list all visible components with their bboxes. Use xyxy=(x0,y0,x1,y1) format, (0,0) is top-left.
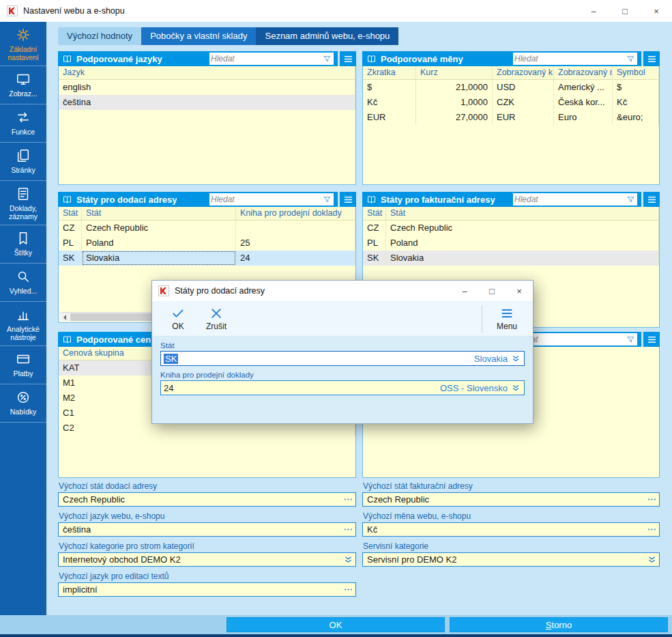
table-row-selected[interactable]: SK Slovakia 24 xyxy=(59,251,355,266)
dropdown-icon[interactable] xyxy=(343,554,353,565)
table-row[interactable]: PL Poland xyxy=(363,236,659,251)
field-value: Czech Republic xyxy=(63,494,125,505)
dropdown-icon[interactable] xyxy=(511,354,521,363)
search-input[interactable] xyxy=(211,53,323,64)
field-value: implicitní xyxy=(63,584,98,595)
ok-button-label: OK xyxy=(330,620,342,630)
edit-language-field[interactable]: implicitní xyxy=(58,582,356,597)
ellipsis-button[interactable] xyxy=(647,524,657,535)
table-row[interactable]: CZ Czech Republic xyxy=(59,221,355,236)
field-value: Servisní pro DEMO K2 xyxy=(367,554,457,565)
dialog-close-button[interactable]: × xyxy=(506,281,533,301)
ok-button[interactable]: OK xyxy=(227,617,445,632)
minimize-button[interactable]: – xyxy=(578,0,609,22)
ellipsis-button[interactable] xyxy=(647,494,657,505)
table-row[interactable]: $ 21,0000 USD Americký ... $ xyxy=(363,80,659,95)
cell: Kč xyxy=(363,95,416,110)
web-language-field[interactable]: čeština xyxy=(58,522,356,537)
filter-icon[interactable] xyxy=(626,195,635,204)
dropdown-icon[interactable] xyxy=(647,554,657,565)
category-tree-field[interactable]: Internetový obchod DEMO K2 xyxy=(58,552,356,567)
field-label: Servisní kategorie xyxy=(363,541,660,551)
column-header[interactable]: Zobrazovaný n xyxy=(554,66,613,79)
dialog-minimize-button[interactable]: – xyxy=(451,281,478,301)
dialog-shipping-state: Státy pro dodací adresy – □ × OK Zrušit … xyxy=(151,280,534,424)
panel-menu-button[interactable] xyxy=(643,332,660,347)
table-row-selected[interactable]: čeština xyxy=(59,95,355,110)
sidebar-item-analyticke-nastroje[interactable]: Analytické nástroje xyxy=(0,302,46,346)
maximize-button[interactable]: □ xyxy=(609,0,641,22)
billing-state-field[interactable]: Czech Republic xyxy=(362,492,660,507)
panel-supported-currencies: Podporované měny Zkratka Kurz Zobrazovan… xyxy=(362,51,660,185)
filter-icon[interactable] xyxy=(626,55,635,63)
cell: SK xyxy=(59,251,82,266)
dialog-ok-button[interactable]: OK xyxy=(159,307,197,331)
panel-menu-button[interactable] xyxy=(340,51,356,66)
column-header[interactable]: Kurz xyxy=(416,66,493,79)
ellipsis-button[interactable] xyxy=(343,524,353,535)
column-header[interactable]: Stát xyxy=(59,207,82,220)
search-input[interactable] xyxy=(514,53,626,64)
ellipsis-button[interactable] xyxy=(343,494,353,505)
panel-menu-button[interactable] xyxy=(643,51,660,66)
storno-button[interactable]: Storno xyxy=(450,617,668,632)
column-header[interactable]: Jazyk xyxy=(59,66,355,79)
column-header[interactable]: Symbol xyxy=(613,66,659,79)
search-box xyxy=(209,53,334,65)
sales-book-input[interactable]: 24 OSS - Slovensko xyxy=(160,380,525,395)
search-input[interactable] xyxy=(211,194,323,205)
sidebar-item-stranky[interactable]: Stránky xyxy=(0,143,46,181)
column-header[interactable]: Zobrazovaný k xyxy=(493,66,554,79)
table-row[interactable]: english xyxy=(59,80,355,95)
web-currency-field[interactable]: Kč xyxy=(362,522,660,537)
sidebar-item-platby[interactable]: Platby xyxy=(0,346,46,384)
sidebar-item-doklady-zaznamy[interactable]: Doklady, záznamy xyxy=(0,181,46,225)
dropdown-icon[interactable] xyxy=(511,383,521,393)
panel-menu-button[interactable] xyxy=(340,192,356,207)
column-header[interactable]: Zkratka xyxy=(363,66,416,79)
dialog-maximize-button[interactable]: □ xyxy=(478,281,506,301)
sidebar-item-stitky[interactable]: Štítky xyxy=(0,225,46,264)
column-header[interactable]: Stát xyxy=(386,207,659,220)
pages-icon xyxy=(16,148,31,163)
dialog-cancel-button[interactable]: Zrušit xyxy=(197,307,235,331)
table-row-selected[interactable]: SK Slovakia xyxy=(363,251,659,266)
sidebar-item-vyhledavani[interactable]: Vyhled... xyxy=(0,264,46,302)
state-input[interactable]: SK Slovakia xyxy=(160,351,525,366)
ellipsis-button[interactable] xyxy=(343,584,353,595)
column-header[interactable]: Kniha pro prodejní doklady xyxy=(236,207,355,220)
shipping-state-field[interactable]: Czech Republic xyxy=(58,492,356,507)
search-input[interactable] xyxy=(514,194,626,205)
service-category-field[interactable]: Servisní pro DEMO K2 xyxy=(362,552,660,567)
tab-default-values[interactable]: Výchozí hodnoty xyxy=(58,27,141,45)
column-header[interactable]: Stát xyxy=(363,207,386,220)
cell: PL xyxy=(363,236,386,251)
filter-icon[interactable] xyxy=(323,195,332,204)
field-value: čeština xyxy=(63,524,91,535)
sidebar-item-funkce[interactable]: Funkce xyxy=(0,104,46,143)
table-row[interactable]: PL Poland 25 xyxy=(59,236,355,251)
filter-icon[interactable] xyxy=(626,335,635,344)
field-label: Výchozí měna webu, e-shopu xyxy=(363,511,660,521)
sidebar-item-zakladni-nastaveni[interactable]: Základní nastavení xyxy=(0,22,46,66)
panel-header: Státy pro dodací adresy xyxy=(58,192,338,207)
close-button[interactable]: × xyxy=(641,0,672,22)
scroll-left-arrow[interactable] xyxy=(59,313,70,322)
table-row[interactable]: CZ Czech Republic xyxy=(363,221,659,236)
sidebar-item-nabidky[interactable]: Nabídky xyxy=(0,384,46,423)
column-header[interactable]: Stát xyxy=(82,207,236,220)
filter-icon[interactable] xyxy=(323,55,332,63)
panel-menu-button[interactable] xyxy=(643,192,660,207)
tab-web-admins[interactable]: Seznam adminů webu, e-shopu xyxy=(256,27,398,45)
table-row[interactable]: Kč 1,0000 CZK Česká kor... Kč xyxy=(363,95,659,110)
field-value: Internetový obchod DEMO K2 xyxy=(63,554,181,565)
tab-branches-warehouses[interactable]: Pobočky a vlastní sklady xyxy=(141,27,256,45)
sidebar-item-zobrazeni[interactable]: Zobraz... xyxy=(0,66,46,104)
check-icon xyxy=(171,307,185,320)
dialog-menu-button[interactable]: Menu xyxy=(488,307,526,331)
search-box xyxy=(209,193,334,206)
form-group-currency: Výchozí měna webu, e-shopu Kč xyxy=(362,511,660,537)
table-row[interactable]: EUR 27,0000 EUR Euro &euro; xyxy=(363,110,659,125)
field-label: Výchozí kategorie pro strom kategorií xyxy=(59,541,356,551)
cell: &euro; xyxy=(613,110,659,125)
